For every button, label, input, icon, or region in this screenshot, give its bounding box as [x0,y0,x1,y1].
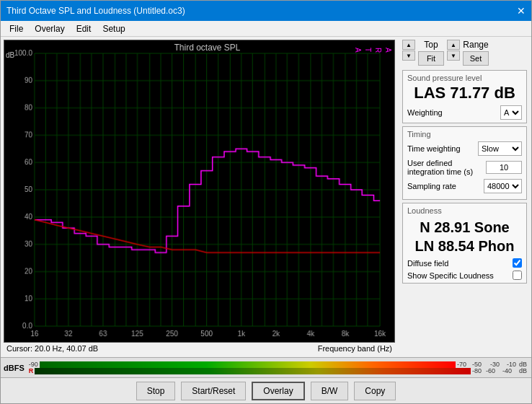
weighting-label: Weighting [407,108,443,117]
sampling-rate-select[interactable]: 48000 44100 96000 [484,179,522,193]
loudness-n-value: N 28.91 Sone LN 88.54 Phon [407,218,522,255]
menu-file[interactable]: File [4,22,29,35]
menu-overlay[interactable]: Overlay [29,22,70,35]
integration-row: User definedintegration time (s) [407,159,522,176]
set-button[interactable]: Set [463,51,489,66]
range-group: Range Set [463,40,489,66]
chart-canvas [4,40,394,342]
sampling-rate-label: Sampling rate [407,182,484,190]
close-button[interactable]: ✕ [517,5,526,17]
stop-button[interactable]: Stop [136,382,176,400]
overlay-button[interactable]: Overlay [252,382,304,400]
spl-title: Sound pressure level [407,74,522,82]
spl-box: Sound pressure level LAS 71.77 dB Weight… [402,70,527,123]
range-up-arrow[interactable]: ▲ [447,40,460,50]
top-down-arrow[interactable]: ▼ [402,50,415,61]
window-title: Third Octave SPL and Loudness (Untitled.… [6,6,185,16]
arta-label: ARTA [353,48,393,53]
loudness-title: Loudness [407,206,522,215]
show-specific-row: Show Specific Loudness [407,271,522,280]
menu-edit[interactable]: Edit [71,22,97,35]
fit-button[interactable]: Fit [418,51,444,66]
dbfs-label: dBFS [4,364,25,372]
top-controls: ▲ ▼ Top Fit ▲ ▼ Range Set [402,40,527,66]
top-arrow-group: ▲ ▼ [402,40,415,61]
cursor-info: Cursor: 20.0 Hz, 40.07 dB [6,344,98,353]
spl-weighting-row: Weighting A B C Z [407,105,522,120]
chart-container: ARTA [4,40,395,343]
top-up-arrow[interactable]: ▲ [402,40,415,50]
spl-value: LAS 71.77 dB [407,84,522,102]
time-weighting-label: Time weighting [407,144,478,153]
loudness-box: Loudness N 28.91 Sone LN 88.54 Phon Diff… [402,203,527,284]
time-weighting-row: Time weighting Slow Fast Impulse [407,141,522,156]
weighting-select[interactable]: A B C Z [500,105,522,120]
bw-button[interactable]: B/W [311,382,349,400]
sampling-rate-row: Sampling rate 48000 44100 96000 [407,179,522,193]
dbfs-bar: dBFS -90 -70 -50 -30 -10 dB R -80 -60 -4… [1,357,531,377]
diffuse-field-label: Diffuse field [407,259,448,268]
range-down-arrow[interactable]: ▼ [447,50,460,61]
timing-title: Timing [407,130,522,139]
show-specific-label: Show Specific Loudness [407,271,494,280]
x-axis-label: Frequency band (Hz) [318,344,392,353]
menubar: File Overlay Edit Setup [1,21,531,37]
main-window: Third Octave SPL and Loudness (Untitled.… [0,0,532,404]
timing-box: Timing Time weighting Slow Fast Impulse … [402,126,527,200]
chart-footer: Cursor: 20.0 Hz, 40.07 dB Frequency band… [4,343,395,354]
range-arrow-group: ▲ ▼ [447,40,460,61]
diffuse-field-row: Diffuse field [407,258,522,268]
main-area: ARTA Cursor: 20.0 Hz, 40.07 dB Frequency… [1,37,531,357]
right-panel: ▲ ▼ Top Fit ▲ ▼ Range Set Sound press [398,37,531,357]
menu-setup[interactable]: Setup [97,22,130,35]
integration-input[interactable] [486,161,522,174]
top-label: Top [424,40,438,50]
show-specific-checkbox[interactable] [513,271,522,280]
start-reset-button[interactable]: Start/Reset [181,382,246,400]
copy-button[interactable]: Copy [354,382,396,400]
integration-label: User definedintegration time (s) [407,159,486,176]
chart-area: ARTA Cursor: 20.0 Hz, 40.07 dB Frequency… [1,37,398,357]
time-weighting-select[interactable]: Slow Fast Impulse [478,141,522,156]
dbfs-gradient: -90 -70 -50 -30 -10 dB R -80 -60 -40 dB [27,361,528,374]
top-fit-group: Top Fit [418,40,444,66]
bottom-buttons: Stop Start/Reset Overlay B/W Copy [1,377,531,403]
titlebar: Third Octave SPL and Loudness (Untitled.… [1,1,531,21]
range-label: Range [463,40,488,50]
diffuse-field-checkbox[interactable] [513,258,522,268]
